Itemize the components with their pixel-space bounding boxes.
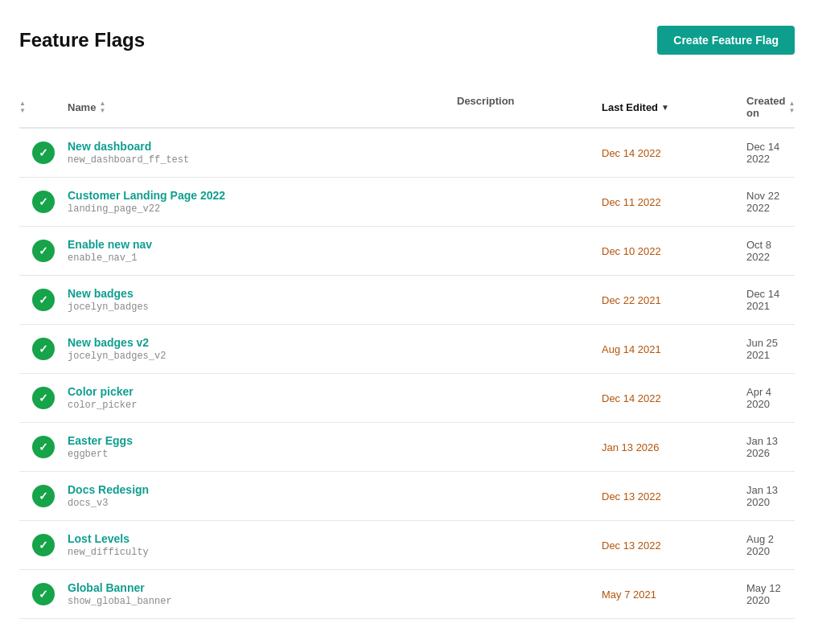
flag-created-on: May 12 2020 — [746, 582, 795, 606]
flag-name-link[interactable]: New dashboard — [68, 140, 457, 153]
flag-key: jocelyn_badges_v2 — [68, 351, 457, 362]
flag-key: new_difficulty — [68, 547, 457, 558]
flag-last-edited: May 7 2021 — [602, 589, 746, 601]
flag-name-link[interactable]: Global Banner — [68, 581, 457, 594]
check-circle-icon — [32, 191, 55, 213]
flag-name-link[interactable]: Easter Eggs — [68, 434, 457, 447]
feature-flags-table: ▲ ▼ Name ▲ ▼ Description Last Edited ▼ C… — [19, 87, 795, 619]
enabled-indicator — [19, 142, 68, 164]
name-sort-arrows[interactable]: ▲ ▼ — [99, 100, 105, 114]
header-name[interactable]: Name ▲ ▼ — [68, 95, 457, 119]
check-circle-icon — [32, 142, 55, 164]
enabled-indicator — [19, 583, 68, 605]
flag-name-cell: Lost Levels new_difficulty — [68, 532, 457, 558]
flag-name-cell: Color picker color_picker — [68, 385, 457, 411]
flag-name-cell: Enable new nav enable_nav_1 — [68, 238, 457, 264]
table-row[interactable]: Lost Levels new_difficulty Dec 13 2022 A… — [19, 521, 795, 570]
table-header-row: ▲ ▼ Name ▲ ▼ Description Last Edited ▼ C… — [19, 87, 795, 129]
flag-last-edited: Dec 22 2021 — [602, 294, 746, 306]
created-sort-down-icon: ▼ — [788, 108, 795, 114]
name-sort-up-icon: ▲ — [99, 100, 105, 107]
created-sort-arrows[interactable]: ▲ ▼ — [788, 100, 795, 114]
flag-key: landing_page_v22 — [68, 203, 457, 215]
table-row[interactable]: New badges jocelyn_badges Dec 22 2021 De… — [19, 276, 795, 325]
table-row[interactable]: Enable new nav enable_nav_1 Dec 10 2022 … — [19, 227, 795, 276]
check-circle-icon — [32, 485, 55, 507]
page-title: Feature Flags — [19, 29, 145, 51]
check-circle-icon — [32, 289, 55, 311]
header-created-on[interactable]: Created on ▲ ▼ — [746, 95, 795, 119]
enabled-indicator — [19, 436, 68, 458]
flag-key: new_dashboard_ff_test — [68, 154, 457, 166]
flag-key: jocelyn_badges — [68, 301, 457, 313]
name-sort-down-icon: ▼ — [99, 108, 105, 114]
flag-name-link[interactable]: Enable new nav — [68, 238, 457, 251]
table-row[interactable]: Docs Redesign docs_v3 Dec 13 2022 Jan 13… — [19, 472, 795, 521]
table-row[interactable]: New badges v2 jocelyn_badges_v2 Aug 14 2… — [19, 325, 795, 374]
flag-last-edited: Jan 13 2026 — [602, 441, 746, 453]
flag-name-cell: Docs Redesign docs_v3 — [68, 483, 457, 509]
flag-name-link[interactable]: Color picker — [68, 385, 457, 398]
header-sort-col: ▲ ▼ — [19, 95, 68, 119]
table-row[interactable]: New dashboard new_dashboard_ff_test Dec … — [19, 129, 795, 178]
flag-name-link[interactable]: Lost Levels — [68, 532, 457, 545]
flag-created-on: Jan 13 2026 — [746, 435, 795, 459]
flag-name-cell: New dashboard new_dashboard_ff_test — [68, 140, 457, 166]
flag-key: docs_v3 — [68, 498, 457, 509]
enabled-indicator — [19, 240, 68, 262]
flag-created-on: Dec 14 2022 — [746, 141, 795, 165]
table-row[interactable]: Color picker color_picker Dec 14 2022 Ap… — [19, 374, 795, 423]
flag-last-edited: Dec 14 2022 — [602, 392, 746, 404]
check-circle-icon — [32, 387, 55, 409]
enabled-indicator — [19, 191, 68, 213]
flag-name-link[interactable]: Docs Redesign — [68, 483, 457, 496]
flag-name-link[interactable]: New badges — [68, 287, 457, 300]
flag-name-link[interactable]: New badges v2 — [68, 336, 457, 349]
flag-name-cell: Easter Eggs eggbert — [68, 434, 457, 460]
flag-key: eggbert — [68, 449, 457, 460]
table-row[interactable]: Global Banner show_global_banner May 7 2… — [19, 570, 795, 619]
flag-last-edited: Dec 14 2022 — [602, 147, 746, 159]
enabled-indicator — [19, 534, 68, 556]
last-edited-sort-icon: ▼ — [661, 103, 669, 112]
flag-key: color_picker — [68, 400, 457, 411]
page-header: Feature Flags Create Feature Flag — [19, 26, 795, 55]
sort-up-icon: ▲ — [19, 100, 26, 107]
enabled-indicator — [19, 338, 68, 360]
flag-created-on: Apr 4 2020 — [746, 386, 795, 410]
flag-key: show_global_banner — [68, 596, 457, 607]
sort-arrows[interactable]: ▲ ▼ — [19, 100, 26, 114]
flag-created-on: Dec 14 2021 — [746, 288, 795, 312]
flag-created-on: Nov 22 2022 — [746, 190, 795, 214]
flag-last-edited: Dec 13 2022 — [602, 539, 746, 552]
flag-created-on: Oct 8 2022 — [746, 239, 795, 263]
check-circle-icon — [32, 436, 55, 458]
table-body: New dashboard new_dashboard_ff_test Dec … — [19, 129, 795, 619]
flag-name-cell: Global Banner show_global_banner — [68, 581, 457, 607]
sort-down-icon: ▼ — [19, 108, 26, 114]
check-circle-icon — [32, 534, 55, 556]
flag-name-cell: New badges jocelyn_badges — [68, 287, 457, 313]
enabled-indicator — [19, 387, 68, 409]
check-circle-icon — [32, 338, 55, 360]
enabled-indicator — [19, 289, 68, 311]
flag-name-link[interactable]: Customer Landing Page 2022 — [68, 189, 457, 202]
flag-last-edited: Dec 10 2022 — [602, 245, 746, 257]
flag-key: enable_nav_1 — [68, 252, 457, 264]
check-circle-icon — [32, 583, 55, 605]
flag-created-on: Aug 2 2020 — [746, 533, 795, 557]
header-description: Description — [457, 95, 602, 119]
flag-name-cell: Customer Landing Page 2022 landing_page_… — [68, 189, 457, 215]
flag-last-edited: Dec 11 2022 — [602, 196, 746, 208]
flag-last-edited: Aug 14 2021 — [602, 343, 746, 355]
table-row[interactable]: Customer Landing Page 2022 landing_page_… — [19, 178, 795, 227]
header-last-edited[interactable]: Last Edited ▼ — [602, 95, 746, 119]
flag-name-cell: New badges v2 jocelyn_badges_v2 — [68, 336, 457, 362]
page-container: Feature Flags Create Feature Flag ▲ ▼ Na… — [0, 0, 814, 644]
create-feature-flag-button[interactable]: Create Feature Flag — [657, 26, 795, 55]
flag-created-on: Jan 13 2020 — [746, 484, 795, 508]
created-sort-up-icon: ▲ — [788, 100, 795, 107]
enabled-indicator — [19, 485, 68, 507]
flag-last-edited: Dec 13 2022 — [602, 490, 746, 502]
table-row[interactable]: Easter Eggs eggbert Jan 13 2026 Jan 13 2… — [19, 423, 795, 472]
